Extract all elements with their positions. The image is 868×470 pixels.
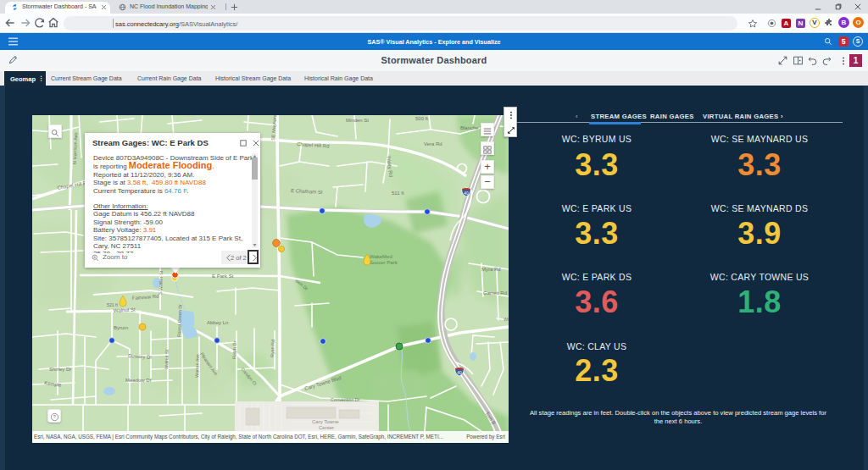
- svg-text:511 ft: 511 ft: [392, 191, 404, 196]
- svg-text:500 ft: 500 ft: [415, 116, 428, 121]
- svg-text:Ryan Rd: Ryan Rd: [270, 340, 275, 357]
- svg-text:Center: Center: [319, 425, 334, 430]
- svg-text:Cary Towne: Cary Towne: [312, 419, 339, 424]
- svg-text:Weste: Weste: [504, 317, 509, 322]
- svg-text:E Park St: E Park St: [212, 274, 234, 279]
- svg-text:Byrum: Byrum: [114, 325, 128, 330]
- svg-text:Ralph Dr: Ralph Dr: [231, 340, 237, 359]
- svg-text:Shirley Dr: Shirley Dr: [49, 367, 71, 372]
- svg-text:Meadow Dr: Meadow Dr: [125, 378, 152, 383]
- svg-text:Garrett Rd: Garrett Rd: [483, 290, 507, 296]
- svg-text:S Walker St: S Walker St: [158, 270, 164, 295]
- svg-text:Abbey Ln: Abbey Ln: [207, 320, 228, 325]
- svg-text:Convention Dr: Convention Dr: [331, 397, 360, 402]
- svg-text:Vera Rd: Vera Rd: [424, 141, 442, 147]
- svg-text:521 ft: 521 ft: [107, 302, 119, 307]
- svg-text:40: 40: [457, 370, 462, 375]
- svg-text:40: 40: [464, 191, 469, 196]
- svg-text:Minden St: Minden St: [346, 118, 369, 123]
- svg-text:WakeMed: WakeMed: [370, 254, 392, 259]
- svg-text:?: ?: [53, 414, 56, 419]
- svg-text:Warren Ave: Warren Ave: [194, 354, 200, 378]
- svg-text:Soccer Park: Soccer Park: [370, 260, 398, 265]
- svg-text:Myra Rd: Myra Rd: [481, 267, 501, 272]
- svg-text:Walnut St: Walnut St: [164, 349, 170, 369]
